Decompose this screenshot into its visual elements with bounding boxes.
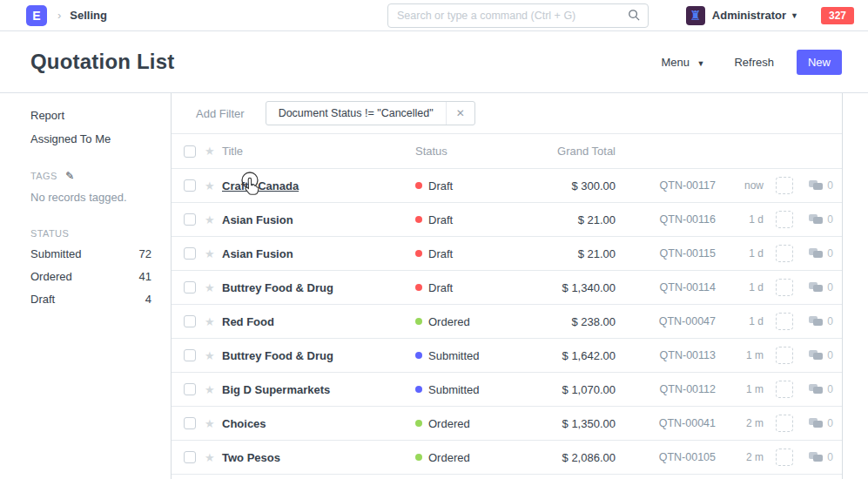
status-dot	[415, 386, 422, 393]
edit-tags-pencil-icon[interactable]: ✎	[65, 170, 74, 182]
row-checkbox[interactable]	[184, 213, 196, 226]
table-row[interactable]: ★ Big D Supermarkets Submitted $ 1,070.0…	[172, 373, 842, 407]
notification-badge[interactable]: 327	[821, 7, 854, 24]
row-checkbox[interactable]	[184, 417, 196, 429]
sidebar-item-assigned-to-me[interactable]: Assigned To Me	[30, 132, 151, 145]
quotation-title-link[interactable]: Big D Supermarkets	[222, 383, 330, 396]
quotation-title-link[interactable]: Buttrey Food & Drug	[222, 349, 333, 362]
comment-count: 0	[827, 213, 833, 226]
star-icon[interactable]: ★	[205, 179, 222, 192]
grand-total: $ 1,350.00	[533, 417, 616, 430]
menu-dropdown-button[interactable]: Menu ▼	[661, 56, 704, 69]
star-icon[interactable]: ★	[205, 451, 222, 464]
comment-icon	[809, 418, 824, 429]
chevron-down-icon: ▼	[697, 59, 705, 68]
star-icon[interactable]: ★	[205, 145, 222, 158]
table-row[interactable]: ★ Asian Fusion Draft $ 21.00 QTN-00116 1…	[172, 203, 842, 237]
quotation-title-link[interactable]: Asian Fusion	[222, 247, 293, 260]
status-filter-submitted[interactable]: Submitted 72	[30, 247, 151, 260]
star-icon[interactable]: ★	[205, 383, 222, 396]
chevron-down-icon: ▼	[791, 11, 798, 20]
comment-count: 0	[827, 451, 833, 463]
grand-total: $ 2,086.00	[533, 451, 616, 464]
modified-time: 2 m	[716, 417, 764, 429]
grand-total: $ 21.00	[533, 213, 616, 226]
quotation-title-link[interactable]: Two Pesos	[222, 451, 280, 464]
row-checkbox[interactable]	[184, 281, 196, 293]
star-icon[interactable]: ★	[205, 315, 222, 328]
table-row[interactable]: ★ Crafts Canada Draft $ 300.00 QTN-00117…	[172, 169, 842, 203]
table-row[interactable]: ★ Buttrey Food & Drug Submitted $ 1,642.…	[172, 339, 842, 373]
sidebar-item-report[interactable]: Report	[30, 109, 151, 122]
quotation-title-link[interactable]: Buttrey Food & Drug	[222, 281, 333, 294]
grand-total: $ 1,070.00	[533, 383, 616, 396]
modified-time: 1 d	[716, 281, 764, 293]
grand-total: $ 21.00	[533, 247, 616, 260]
assign-button[interactable]	[776, 245, 793, 262]
column-header-status: Status	[415, 145, 533, 158]
filter-condition-text[interactable]: Document Status != "Cancelled"	[266, 102, 446, 125]
status-dot	[415, 250, 422, 257]
status-label: Ordered	[428, 315, 470, 328]
row-checkbox[interactable]	[184, 383, 196, 395]
assign-button[interactable]	[776, 415, 793, 432]
column-header-grand-total: Grand Total	[533, 145, 616, 158]
quotation-title-link[interactable]: Choices	[222, 417, 266, 430]
status-label: Draft	[428, 179, 453, 192]
star-icon[interactable]: ★	[205, 281, 222, 294]
app-logo[interactable]: E	[26, 5, 47, 26]
table-header-row: ★ Title Status Grand Total	[172, 134, 842, 169]
star-icon[interactable]: ★	[205, 349, 222, 362]
assign-button[interactable]	[776, 211, 793, 228]
status-dot	[415, 318, 422, 325]
status-label: Ordered	[428, 417, 470, 430]
comment-icon	[809, 248, 824, 260]
comment-icon	[809, 452, 824, 463]
user-avatar: ♜	[686, 6, 705, 25]
assign-button[interactable]	[776, 449, 793, 466]
quotation-list: Add Filter Document Status != "Cancelled…	[171, 93, 843, 479]
status-filter-draft[interactable]: Draft 4	[30, 293, 151, 306]
assign-button[interactable]	[776, 347, 793, 364]
assign-button[interactable]	[776, 279, 793, 296]
refresh-button[interactable]: Refresh	[734, 56, 774, 69]
add-filter-button[interactable]: Add Filter	[196, 107, 245, 120]
remove-filter-icon[interactable]: ✕	[446, 102, 474, 125]
row-checkbox[interactable]	[184, 349, 196, 361]
quotation-title-link[interactable]: Crafts Canada	[222, 179, 299, 192]
user-menu[interactable]: ♜ Administrator ▼	[686, 6, 798, 25]
table-row[interactable]: ★ Asian Fusion Draft $ 21.00 QTN-00115 1…	[172, 237, 842, 271]
table-row[interactable]: ★ Two Pesos Ordered $ 2,086.00 QTN-00105…	[172, 441, 842, 475]
comment-count: 0	[827, 315, 833, 327]
breadcrumb-selling[interactable]: Selling	[70, 9, 107, 22]
star-icon[interactable]: ★	[205, 213, 222, 226]
list-sidebar: Report Assigned To Me TAGS ✎ No records …	[0, 93, 171, 479]
quotation-title-link[interactable]: Asian Fusion	[222, 213, 293, 226]
grand-total: $ 1,340.00	[533, 281, 616, 294]
star-icon[interactable]: ★	[205, 417, 222, 430]
status-dot	[415, 284, 422, 291]
row-checkbox[interactable]	[184, 315, 196, 327]
status-filter-ordered[interactable]: Ordered 41	[30, 270, 151, 283]
table-row[interactable]: ★ Buttrey Food & Drug Draft $ 1,340.00 Q…	[172, 271, 842, 305]
assign-button[interactable]	[776, 381, 793, 398]
modified-time: 1 d	[716, 213, 764, 226]
table-row[interactable]: ★ Choices Ordered $ 1,350.00 QTN-00041 2…	[172, 407, 842, 441]
star-icon[interactable]: ★	[205, 247, 222, 260]
comment-count: 0	[827, 179, 833, 192]
row-checkbox[interactable]	[184, 247, 196, 260]
select-all-checkbox[interactable]	[184, 145, 196, 158]
quotation-title-link[interactable]: Red Food	[222, 315, 274, 328]
comment-count: 0	[827, 417, 833, 429]
new-button[interactable]: New	[797, 50, 842, 75]
assign-button[interactable]	[776, 313, 793, 330]
search-input[interactable]	[387, 3, 649, 28]
modified-time: 1 m	[716, 383, 764, 395]
table-row[interactable]: ★ Red Food Ordered $ 238.00 QTN-00047 1 …	[172, 305, 842, 339]
comment-count: 0	[827, 383, 833, 395]
row-checkbox[interactable]	[184, 451, 196, 463]
row-checkbox[interactable]	[184, 179, 196, 192]
assign-button[interactable]	[776, 177, 793, 194]
active-filter-pill[interactable]: Document Status != "Cancelled" ✕	[266, 101, 475, 125]
breadcrumb-chevron-icon: ›	[57, 9, 61, 22]
